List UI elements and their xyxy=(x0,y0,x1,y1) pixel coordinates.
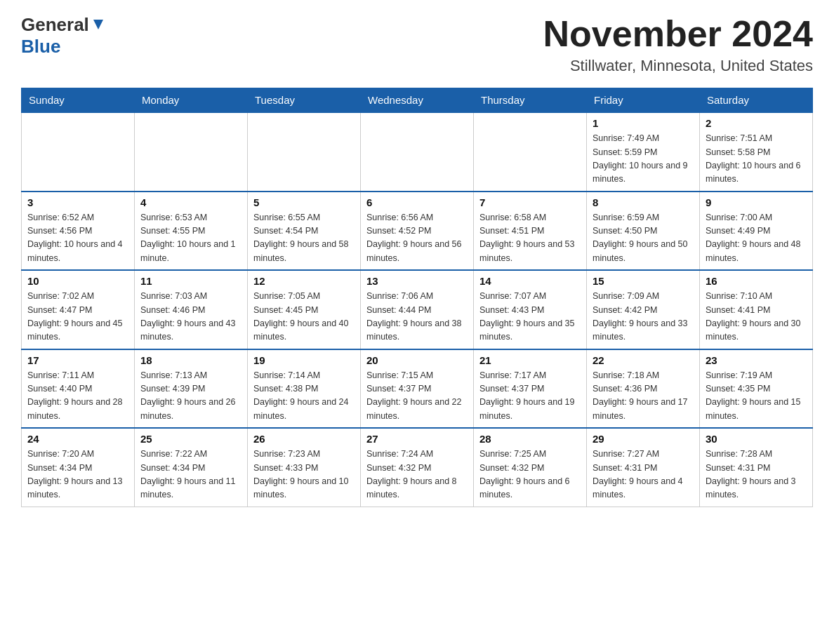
calendar-day xyxy=(474,112,587,192)
week-row-4: 17Sunrise: 7:11 AM Sunset: 4:40 PM Dayli… xyxy=(22,349,813,429)
calendar-day: 8Sunrise: 6:59 AM Sunset: 4:50 PM Daylig… xyxy=(587,192,700,271)
calendar-day: 17Sunrise: 7:11 AM Sunset: 4:40 PM Dayli… xyxy=(22,349,135,429)
day-number: 13 xyxy=(366,275,468,287)
day-number: 26 xyxy=(253,433,355,445)
day-number: 6 xyxy=(366,196,468,208)
day-number: 5 xyxy=(253,196,355,208)
day-number: 11 xyxy=(140,275,241,287)
calendar-day: 25Sunrise: 7:22 AM Sunset: 4:34 PM Dayli… xyxy=(135,428,248,507)
calendar-header-thursday: Thursday xyxy=(474,88,587,113)
day-number: 30 xyxy=(706,433,807,445)
day-number: 20 xyxy=(366,354,468,366)
day-info: Sunrise: 7:00 AM Sunset: 4:49 PM Dayligh… xyxy=(706,211,807,266)
calendar-day: 5Sunrise: 6:55 AM Sunset: 4:54 PM Daylig… xyxy=(248,192,361,271)
day-info: Sunrise: 7:28 AM Sunset: 4:31 PM Dayligh… xyxy=(706,448,807,502)
calendar-day: 15Sunrise: 7:09 AM Sunset: 4:42 PM Dayli… xyxy=(587,270,700,349)
day-info: Sunrise: 7:14 AM Sunset: 4:38 PM Dayligh… xyxy=(253,369,355,424)
day-number: 8 xyxy=(593,196,694,208)
day-info: Sunrise: 7:27 AM Sunset: 4:31 PM Dayligh… xyxy=(593,448,694,502)
day-number: 24 xyxy=(27,433,128,445)
day-number: 15 xyxy=(593,275,694,287)
day-number: 10 xyxy=(27,275,128,287)
day-info: Sunrise: 7:09 AM Sunset: 4:42 PM Dayligh… xyxy=(593,290,694,344)
day-info: Sunrise: 7:51 AM Sunset: 5:58 PM Dayligh… xyxy=(706,132,807,187)
calendar-day xyxy=(361,112,474,192)
day-info: Sunrise: 6:56 AM Sunset: 4:52 PM Dayligh… xyxy=(366,211,468,266)
calendar-day: 11Sunrise: 7:03 AM Sunset: 4:46 PM Dayli… xyxy=(135,270,248,349)
day-number: 2 xyxy=(706,117,807,129)
title-section: November 2024 Stillwater, Minnesota, Uni… xyxy=(543,14,813,75)
day-info: Sunrise: 7:05 AM Sunset: 4:45 PM Dayligh… xyxy=(253,290,355,344)
month-title: November 2024 xyxy=(543,14,813,54)
calendar-day: 12Sunrise: 7:05 AM Sunset: 4:45 PM Dayli… xyxy=(248,270,361,349)
day-info: Sunrise: 7:19 AM Sunset: 4:35 PM Dayligh… xyxy=(706,369,807,424)
calendar-day: 4Sunrise: 6:53 AM Sunset: 4:55 PM Daylig… xyxy=(135,192,248,271)
calendar-header-wednesday: Wednesday xyxy=(361,88,474,113)
calendar-day: 7Sunrise: 6:58 AM Sunset: 4:51 PM Daylig… xyxy=(474,192,587,271)
week-row-1: 1Sunrise: 7:49 AM Sunset: 5:59 PM Daylig… xyxy=(22,112,813,192)
calendar-day: 28Sunrise: 7:25 AM Sunset: 4:32 PM Dayli… xyxy=(474,428,587,507)
page-header: General Blue November 2024 Stillwater, M… xyxy=(21,14,813,75)
day-number: 17 xyxy=(27,354,128,366)
day-info: Sunrise: 6:52 AM Sunset: 4:56 PM Dayligh… xyxy=(27,211,128,266)
day-number: 12 xyxy=(253,275,355,287)
day-info: Sunrise: 7:15 AM Sunset: 4:37 PM Dayligh… xyxy=(366,369,468,424)
calendar-header-tuesday: Tuesday xyxy=(248,88,361,113)
day-info: Sunrise: 6:59 AM Sunset: 4:50 PM Dayligh… xyxy=(593,211,694,266)
calendar-table: SundayMondayTuesdayWednesdayThursdayFrid… xyxy=(21,88,813,507)
location-title: Stillwater, Minnesota, United States xyxy=(543,57,813,75)
day-info: Sunrise: 7:20 AM Sunset: 4:34 PM Dayligh… xyxy=(27,448,128,502)
day-number: 27 xyxy=(366,433,468,445)
logo-blue-text: Blue xyxy=(21,36,60,57)
day-number: 28 xyxy=(479,433,581,445)
calendar-day: 27Sunrise: 7:24 AM Sunset: 4:32 PM Dayli… xyxy=(361,428,474,507)
day-number: 19 xyxy=(253,354,355,366)
day-number: 3 xyxy=(27,196,128,208)
calendar-day: 2Sunrise: 7:51 AM Sunset: 5:58 PM Daylig… xyxy=(700,112,813,192)
day-info: Sunrise: 6:55 AM Sunset: 4:54 PM Dayligh… xyxy=(253,211,355,266)
day-number: 14 xyxy=(479,275,581,287)
calendar-day: 22Sunrise: 7:18 AM Sunset: 4:36 PM Dayli… xyxy=(587,349,700,429)
day-info: Sunrise: 7:24 AM Sunset: 4:32 PM Dayligh… xyxy=(366,448,468,502)
calendar-header-saturday: Saturday xyxy=(700,88,813,113)
day-info: Sunrise: 7:06 AM Sunset: 4:44 PM Dayligh… xyxy=(366,290,468,344)
day-info: Sunrise: 7:18 AM Sunset: 4:36 PM Dayligh… xyxy=(593,369,694,424)
day-info: Sunrise: 6:53 AM Sunset: 4:55 PM Dayligh… xyxy=(140,211,241,266)
day-number: 21 xyxy=(479,354,581,366)
day-number: 1 xyxy=(593,117,694,129)
day-info: Sunrise: 7:02 AM Sunset: 4:47 PM Dayligh… xyxy=(27,290,128,344)
calendar-day: 29Sunrise: 7:27 AM Sunset: 4:31 PM Dayli… xyxy=(587,428,700,507)
week-row-2: 3Sunrise: 6:52 AM Sunset: 4:56 PM Daylig… xyxy=(22,192,813,271)
logo-triangle-icon xyxy=(91,17,106,32)
day-info: Sunrise: 7:13 AM Sunset: 4:39 PM Dayligh… xyxy=(140,369,241,424)
calendar-day: 9Sunrise: 7:00 AM Sunset: 4:49 PM Daylig… xyxy=(700,192,813,271)
day-info: Sunrise: 7:23 AM Sunset: 4:33 PM Dayligh… xyxy=(253,448,355,502)
calendar-day: 19Sunrise: 7:14 AM Sunset: 4:38 PM Dayli… xyxy=(248,349,361,429)
calendar-day: 10Sunrise: 7:02 AM Sunset: 4:47 PM Dayli… xyxy=(22,270,135,349)
calendar-day: 14Sunrise: 7:07 AM Sunset: 4:43 PM Dayli… xyxy=(474,270,587,349)
day-info: Sunrise: 6:58 AM Sunset: 4:51 PM Dayligh… xyxy=(479,211,581,266)
day-number: 22 xyxy=(593,354,694,366)
day-info: Sunrise: 7:03 AM Sunset: 4:46 PM Dayligh… xyxy=(140,290,241,344)
day-number: 9 xyxy=(706,196,807,208)
day-info: Sunrise: 7:17 AM Sunset: 4:37 PM Dayligh… xyxy=(479,369,581,424)
day-info: Sunrise: 7:25 AM Sunset: 4:32 PM Dayligh… xyxy=(479,448,581,502)
calendar-header-monday: Monday xyxy=(135,88,248,113)
calendar-day xyxy=(248,112,361,192)
calendar-day: 30Sunrise: 7:28 AM Sunset: 4:31 PM Dayli… xyxy=(700,428,813,507)
day-number: 25 xyxy=(140,433,241,445)
calendar-day: 20Sunrise: 7:15 AM Sunset: 4:37 PM Dayli… xyxy=(361,349,474,429)
day-number: 7 xyxy=(479,196,581,208)
week-row-5: 24Sunrise: 7:20 AM Sunset: 4:34 PM Dayli… xyxy=(22,428,813,507)
calendar-day: 16Sunrise: 7:10 AM Sunset: 4:41 PM Dayli… xyxy=(700,270,813,349)
day-info: Sunrise: 7:07 AM Sunset: 4:43 PM Dayligh… xyxy=(479,290,581,344)
logo-general-text: General xyxy=(21,14,89,36)
calendar-day: 24Sunrise: 7:20 AM Sunset: 4:34 PM Dayli… xyxy=(22,428,135,507)
day-number: 16 xyxy=(706,275,807,287)
calendar-day xyxy=(135,112,248,192)
calendar-day: 1Sunrise: 7:49 AM Sunset: 5:59 PM Daylig… xyxy=(587,112,700,192)
calendar-header-friday: Friday xyxy=(587,88,700,113)
day-number: 18 xyxy=(140,354,241,366)
logo: General Blue xyxy=(21,14,106,58)
day-info: Sunrise: 7:10 AM Sunset: 4:41 PM Dayligh… xyxy=(706,290,807,344)
